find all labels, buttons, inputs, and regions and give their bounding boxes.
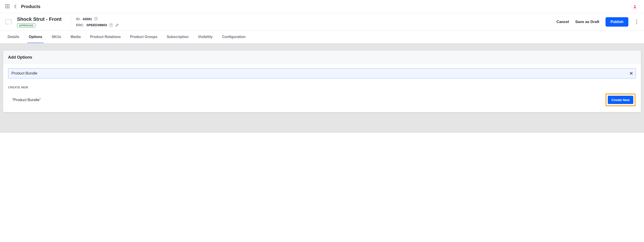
panel-title: Add Options	[3, 50, 641, 64]
highlight-box: Create New	[606, 94, 636, 106]
tab-configuration[interactable]: Configuration	[221, 31, 247, 43]
topbar: Products	[0, 0, 644, 13]
workspace: Add Options CREATE NEW "Product Bundle" …	[0, 44, 644, 133]
apps-menu-icon[interactable]	[5, 4, 10, 9]
tab-subscription[interactable]: Subscription	[166, 31, 190, 43]
product-thumbnail	[5, 20, 12, 24]
create-new-button[interactable]: Create New	[608, 96, 633, 104]
create-new-section-label: CREATE NEW	[8, 86, 636, 89]
product-header: Shock Strut - Front APPROVED ID: 42681 ?…	[0, 13, 644, 31]
tab-product-relations[interactable]: Product Relations	[89, 31, 122, 43]
help-icon[interactable]: ?	[94, 17, 98, 20]
options-search-input[interactable]	[8, 68, 636, 78]
divider	[70, 16, 71, 27]
avatar[interactable]	[631, 3, 639, 10]
tab-visibility[interactable]: Visibility	[196, 31, 214, 43]
id-value: 42681	[82, 17, 92, 21]
panel-body: CREATE NEW "Product Bundle" Create New	[3, 64, 641, 112]
title-column: Shock Strut - Front APPROVED	[17, 16, 62, 28]
breadcrumb[interactable]: Products	[21, 4, 40, 9]
svg-point-3	[636, 23, 637, 24]
edit-icon[interactable]	[115, 23, 119, 27]
create-new-row: "Product Bundle" Create New	[8, 92, 636, 111]
tab-skus[interactable]: SKUs	[50, 31, 62, 43]
status-badge: APPROVED	[17, 24, 35, 28]
erc-value: SPEED38803	[86, 23, 107, 27]
publish-button[interactable]: Publish	[606, 17, 628, 26]
back-icon[interactable]	[14, 4, 17, 9]
more-menu-icon[interactable]	[634, 18, 639, 25]
tab-product-groups[interactable]: Product Groups	[129, 31, 159, 43]
svg-point-2	[636, 22, 637, 22]
result-text: "Product Bundle"	[12, 98, 41, 102]
meta-column: ID: 42681 ? ERC: SPEED38803 ?	[76, 17, 119, 27]
add-options-panel: Add Options CREATE NEW "Product Bundle" …	[3, 50, 641, 112]
tab-media[interactable]: Media	[69, 31, 82, 43]
tab-details[interactable]: Details	[6, 31, 20, 43]
save-draft-button[interactable]: Save as Draft	[575, 20, 599, 24]
header-actions: Cancel Save as Draft Publish	[556, 17, 639, 26]
tab-options[interactable]: Options	[27, 31, 44, 43]
cancel-button[interactable]: Cancel	[556, 20, 569, 24]
id-row: ID: 42681 ?	[76, 17, 119, 21]
svg-point-1	[636, 20, 637, 20]
id-label: ID:	[76, 17, 80, 21]
topbar-left: Products	[5, 4, 40, 9]
clear-icon[interactable]	[628, 70, 634, 76]
help-icon[interactable]: ?	[109, 23, 113, 27]
search-wrap	[8, 68, 636, 78]
erc-row: ERC: SPEED38803 ?	[76, 23, 119, 27]
svg-point-0	[634, 5, 636, 6]
tab-bar: DetailsOptionsSKUsMediaProduct Relations…	[0, 31, 644, 44]
erc-label: ERC:	[76, 23, 84, 27]
page-title: Shock Strut - Front	[17, 16, 62, 22]
